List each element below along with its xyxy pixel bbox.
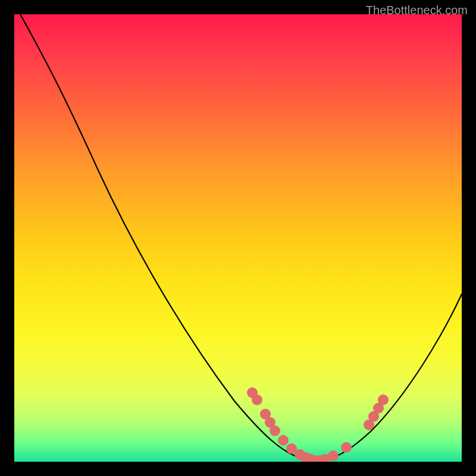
- chart-frame: [14, 14, 462, 462]
- dot: [328, 450, 339, 461]
- chart-svg: [14, 14, 462, 462]
- scatter-dots: [247, 387, 389, 462]
- dot: [270, 425, 280, 436]
- dot: [252, 394, 262, 405]
- watermark-text: TheBottleneck.com: [366, 4, 468, 17]
- plot-area: [14, 14, 462, 462]
- dot: [278, 435, 289, 446]
- dot: [378, 394, 389, 405]
- dot: [341, 442, 352, 453]
- bottleneck-curve-line: [20, 14, 462, 461]
